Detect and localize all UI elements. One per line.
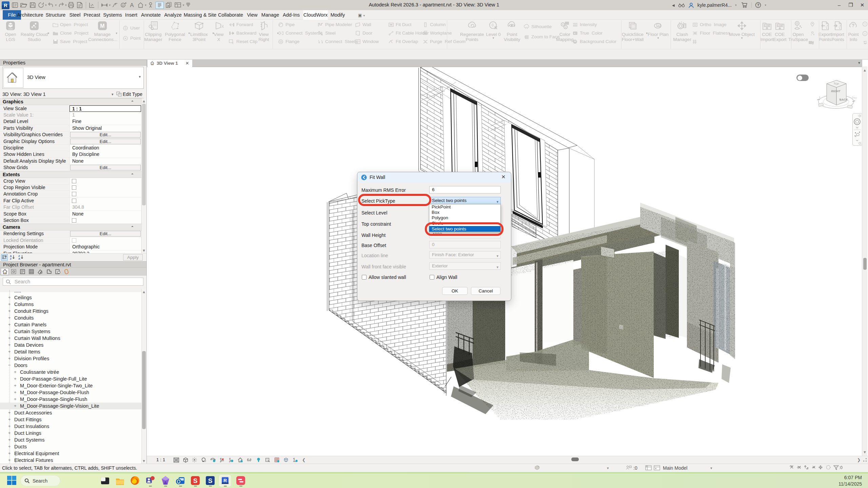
svg-text:R: R [4, 2, 7, 8]
svg-text:?: ? [852, 23, 855, 28]
svg-text:0: 0 [492, 23, 494, 27]
svg-text:0: 0 [122, 4, 124, 7]
svg-text:A: A [130, 2, 134, 8]
svg-text:X: X [221, 24, 224, 28]
svg-text:∂: ∂ [250, 458, 252, 462]
svg-text:6: 6 [247, 458, 249, 462]
svg-text:COE: COE [777, 24, 783, 27]
svg-text:!: ! [865, 32, 866, 35]
svg-text:BACK: BACK [839, 98, 848, 101]
svg-text:R: R [223, 478, 227, 483]
svg-text:RIGHT: RIGHT [831, 89, 841, 93]
svg-text:4: 4 [574, 32, 575, 35]
svg-text:LGS: LGS [8, 28, 13, 30]
svg-text:?: ? [864, 22, 866, 26]
svg-text:M: M [100, 23, 104, 29]
svg-text:?: ? [757, 3, 760, 7]
svg-text::0: :0 [839, 465, 843, 470]
svg-text:s: s [819, 96, 821, 98]
svg-text:A: A [657, 24, 659, 27]
svg-text:S: S [208, 477, 213, 484]
svg-text:S: S [193, 477, 198, 484]
